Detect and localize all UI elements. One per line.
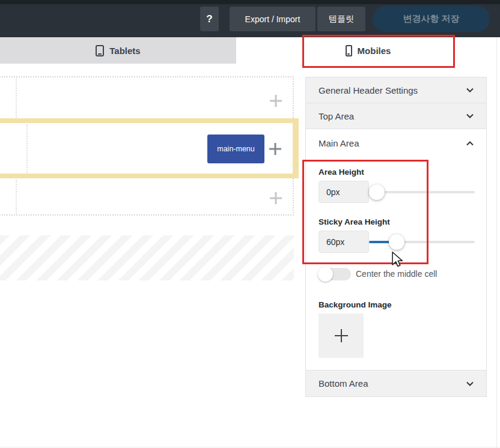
device-tabbar: Tablets Mobiles xyxy=(0,37,500,64)
chevron-down-icon xyxy=(465,85,475,95)
accordion-main-area[interactable]: Main Area xyxy=(306,129,486,157)
bottom-row-cell-divider xyxy=(16,180,17,214)
accordion-label: General Header Settings xyxy=(319,85,465,95)
area-height-slider[interactable] xyxy=(369,184,475,200)
sticky-area-height-slider[interactable] xyxy=(369,234,475,250)
slider-handle[interactable] xyxy=(389,234,404,250)
help-button[interactable]: ? xyxy=(200,7,219,31)
save-changes-button[interactable]: 변경사항 저장 xyxy=(373,6,490,32)
area-height-field-row xyxy=(319,181,475,203)
accordion-general-header-settings[interactable]: General Header Settings xyxy=(306,77,486,103)
main-row-cell-divider xyxy=(26,124,28,173)
sticky-area-height-input[interactable] xyxy=(319,231,369,253)
slider-track xyxy=(369,191,475,193)
center-middle-cell-label: Center the middle cell xyxy=(356,269,437,279)
main-menu-module[interactable]: main-menu xyxy=(207,135,264,163)
add-module-bottom-icon[interactable] xyxy=(270,192,282,204)
center-middle-cell-toggle[interactable] xyxy=(319,268,351,280)
area-height-input[interactable] xyxy=(319,181,369,203)
settings-panel: General Header Settings Top Area Main Ar… xyxy=(305,77,487,397)
accordion-label: Top Area xyxy=(319,111,465,121)
sticky-area-height-field-row xyxy=(319,231,475,253)
export-import-button[interactable]: Export / Import xyxy=(230,7,316,31)
chevron-up-icon xyxy=(465,139,475,148)
window-bottom-edge xyxy=(0,447,500,447)
accordion-top-area[interactable]: Top Area xyxy=(306,103,486,129)
tab-tablets[interactable]: Tablets xyxy=(0,37,236,64)
add-module-main-icon[interactable] xyxy=(269,143,281,155)
accordion-label: Main Area xyxy=(319,138,465,148)
tab-mobiles[interactable]: Mobiles xyxy=(250,37,486,64)
slider-handle[interactable] xyxy=(369,184,385,200)
area-height-label: Area Height xyxy=(319,168,475,177)
phone-icon xyxy=(346,45,352,56)
tab-tablets-label: Tablets xyxy=(109,46,140,56)
top-toolbar-strip xyxy=(0,0,500,4)
accordion-bottom-area[interactable]: Bottom Area xyxy=(306,370,486,396)
tab-mobiles-label: Mobiles xyxy=(358,46,391,56)
add-module-top-icon[interactable] xyxy=(270,95,282,107)
canvas-bottom-area-row[interactable] xyxy=(0,178,294,216)
canvas-top-area-row[interactable] xyxy=(0,76,294,118)
toggle-knob xyxy=(318,267,333,282)
header-builder-window: ? Export / Import 템플릿 변경사항 저장 Tablets Mo… xyxy=(0,0,500,448)
chevron-down-icon xyxy=(465,111,475,121)
right-gutter-divider xyxy=(496,37,497,448)
chevron-down-icon xyxy=(465,379,475,389)
template-button[interactable]: 템플릿 xyxy=(317,7,365,31)
main-area-settings-body: Area Height Sticky Area Height xyxy=(306,157,486,370)
accordion-label: Bottom Area xyxy=(319,378,465,389)
sticky-area-height-label: Sticky Area Height xyxy=(319,217,475,226)
upload-plus-icon xyxy=(335,329,348,342)
top-row-cell-divider xyxy=(16,78,17,118)
center-middle-cell-row: Center the middle cell xyxy=(319,267,475,281)
tablet-icon xyxy=(96,45,104,56)
background-image-label: Background Image xyxy=(319,300,475,309)
top-toolbar: ? Export / Import 템플릿 변경사항 저장 xyxy=(0,0,500,37)
background-image-upload[interactable] xyxy=(319,313,364,358)
canvas-striped-placeholder xyxy=(0,235,294,280)
